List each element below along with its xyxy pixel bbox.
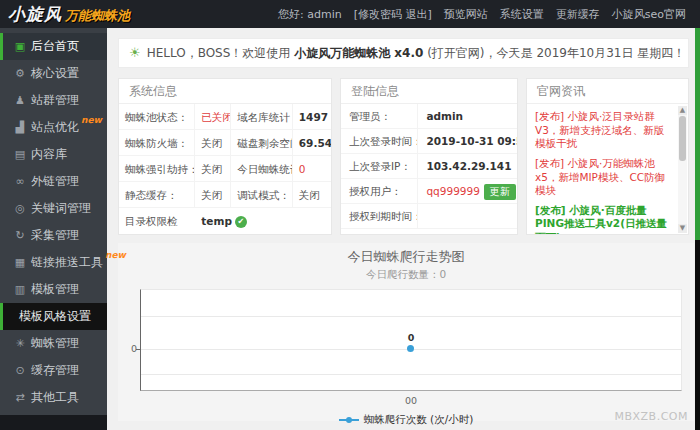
sidebar-item-label: 关键词管理 — [31, 201, 91, 215]
field-label: 域名库统计： — [231, 104, 292, 129]
disk-space-value: 69.54 GB — [293, 130, 331, 155]
update-license-button[interactable]: 更新 — [484, 184, 516, 200]
sidebar-item-dashboard[interactable]: ▣后台首页 — [0, 33, 107, 60]
table-row: 目录权限检查： temp✔ — [119, 208, 331, 234]
spider-pool-status-value: 已关闭 — [195, 104, 231, 129]
sidebar-item-site-optimize[interactable]: ▟站点优化new — [0, 114, 107, 141]
sidebar-item-label: 缓存管理 — [31, 363, 79, 377]
field-label: 授权到期时间： — [341, 204, 418, 228]
sidebar-item-keywords[interactable]: ◎关键词管理 — [0, 195, 107, 222]
perm-dir-value: temp — [201, 215, 232, 227]
table-row: 上次登录IP： 103.42.29.141 — [341, 154, 517, 179]
news-item[interactable]: [发布] 小旋风·泛目录站群V3，新增支持泛域名、新版模板干扰 — [535, 110, 674, 151]
gridline — [141, 374, 681, 375]
sidebar-subitem-template-style[interactable]: 模板风格设置 — [0, 303, 107, 330]
grid-icon: ▦ — [13, 249, 27, 276]
welcome-suffix: ，今天是 2019年10月31日 星期四！ — [485, 46, 686, 60]
sidebar-item-label: 蜘蛛管理 — [31, 336, 79, 350]
sidebar-item-collection[interactable]: ↻采集管理 — [0, 222, 107, 249]
gridline — [141, 316, 681, 317]
menu-change-password-logout[interactable]: [修改密码 退出] — [354, 7, 432, 22]
open-official-site-link[interactable]: (打开官网) — [427, 46, 484, 60]
system-info-title: 系统信息 — [119, 79, 331, 104]
last-login-time-value: 2019-10-31 09:59 — [418, 129, 517, 153]
top-header-bar: 小旋风万能蜘蛛池 您好: admin [修改密码 退出] 预览网站 系统设置 更… — [0, 0, 700, 28]
spider-icon: ✳ — [13, 330, 27, 357]
sidebar-item-label: 核心设置 — [31, 66, 79, 80]
news-list: [发布] 小旋风·泛目录站群V3，新增支持泛域名、新版模板干扰 [发布] 小旋风… — [527, 104, 688, 235]
y-axis-tick-mark — [136, 349, 141, 350]
chart-title: 今日蜘蛛爬行走势图 — [118, 243, 694, 266]
welcome-prefix: HELLO，BOSS！欢迎使用 — [147, 46, 295, 60]
sidebar-item-label: 外链管理 — [31, 174, 79, 188]
table-row: 管理员： admin — [341, 104, 517, 129]
licensed-user-value: qq999999 — [426, 185, 479, 197]
gear-icon: ⚙ — [13, 60, 27, 87]
product-name: 小旋风万能蜘蛛池 x4.0 — [294, 46, 423, 60]
table-row: 授权到期时间： — [341, 204, 517, 229]
sidebar-item-site-group[interactable]: ♟站群管理 — [0, 87, 107, 114]
spider-crawl-chart: 今日蜘蛛爬行走势图 今日爬行数量：0 0 0 00 蜘蛛爬行次数 (次/小时) — [118, 243, 694, 421]
license-expiry-value — [418, 204, 517, 228]
news-item[interactable]: [发布] 小旋风·万能蜘蛛池x5，新增MIP模块、CC防御模块 — [535, 157, 674, 198]
login-info-title: 登陆信息 — [341, 79, 517, 104]
top-menu: 您好: admin [修改密码 退出] 预览网站 系统设置 更新缓存 小旋风se… — [278, 7, 686, 22]
logo-primary-text: 小旋风 — [8, 4, 62, 24]
field-label: 蜘蛛防火墙： — [119, 130, 195, 155]
domain-count-value: 1497 — [293, 104, 331, 129]
page-scrollbar-track[interactable] — [695, 240, 700, 430]
scroll-down-arrow-icon[interactable]: ▼ — [678, 224, 687, 233]
legend-marker-icon — [339, 416, 359, 424]
sidebar-item-label: 模板管理 — [31, 282, 79, 296]
x-axis-tick-label: 00 — [405, 395, 417, 406]
menu-system-settings[interactable]: 系统设置 — [500, 7, 544, 22]
static-cache-value: 关闭 — [195, 182, 231, 207]
page-scrollbar-thumb[interactable] — [695, 28, 700, 240]
logo-secondary-text: 万能蜘蛛池 — [65, 8, 130, 23]
sidebar-item-templates[interactable]: ▥模板管理 — [0, 276, 107, 303]
official-news-panel: 官网资讯 [发布] 小旋风·泛目录站群V3，新增支持泛域名、新版模板干扰 [发布… — [526, 78, 689, 235]
menu-update-cache[interactable]: 更新缓存 — [556, 7, 600, 22]
sidebar-footer — [0, 415, 107, 430]
news-scrollbar[interactable]: ▲ ▼ — [678, 106, 687, 233]
user-icon: ♟ — [13, 87, 27, 114]
chart-subtitle: 今日爬行数量：0 — [118, 268, 694, 282]
menu-preview-site[interactable]: 预览网站 — [444, 7, 488, 22]
sidebar-item-spider-manage[interactable]: ✳蜘蛛管理 — [0, 330, 107, 357]
sidebar-item-label: 站群管理 — [31, 93, 79, 107]
field-label: 目录权限检查： — [119, 208, 195, 235]
link-icon: ∞ — [13, 168, 27, 195]
sidebar-item-link-push-tool[interactable]: ▦链接推送工具new — [0, 249, 107, 276]
new-badge: new — [105, 250, 126, 260]
field-label: 授权用户： — [341, 179, 418, 203]
sidebar-item-label: 后台首页 — [31, 39, 79, 53]
sidebar-item-label: 内容库 — [31, 147, 67, 161]
news-item[interactable]: [发布] 小旋风·百度批量PING推送工具v2(日推送量百万) — [535, 204, 674, 235]
hijack-status-value: 关闭 — [195, 156, 231, 181]
scroll-up-arrow-icon[interactable]: ▲ — [678, 106, 687, 115]
sidebar-item-label: 采集管理 — [31, 228, 79, 242]
sidebar-item-cache-manage[interactable]: ⊙缓存管理 — [0, 357, 107, 384]
new-badge: new — [81, 115, 102, 125]
sidebar: ▣后台首页 ⚙核心设置 ♟站群管理 ▟站点优化new ▤内容库 ∞外链管理 ◎关… — [0, 28, 107, 430]
sidebar-item-content-library[interactable]: ▤内容库 — [0, 141, 107, 168]
data-point[interactable] — [407, 345, 414, 352]
table-row: 授权用户： qq999999更新 — [341, 179, 517, 204]
sidebar-item-label: 站点优化 — [31, 120, 79, 134]
sidebar-item-label: 链接推送工具 — [31, 255, 103, 269]
clock-icon: ⊙ — [13, 357, 27, 384]
menu-official-site[interactable]: 小旋风seo官网 — [612, 7, 686, 22]
last-login-ip-value: 103.42.29.141 — [418, 154, 517, 178]
sidebar-item-other-tools[interactable]: ⇄其他工具 — [0, 384, 107, 411]
today-spider-count-value: 0 — [293, 156, 331, 181]
search-icon: ◎ — [13, 195, 27, 222]
field-label: 静态缓存： — [119, 182, 195, 207]
sidebar-item-core-settings[interactable]: ⚙核心设置 — [0, 60, 107, 87]
sidebar-item-external-links[interactable]: ∞外链管理 — [0, 168, 107, 195]
sun-icon: ☀ — [129, 45, 141, 60]
field-label: 今日蜘蛛统计： — [231, 156, 292, 181]
welcome-bar: ☀HELLO，BOSS！欢迎使用 小旋风万能蜘蛛池 x4.0 (打开官网)，今天… — [118, 38, 689, 68]
scrollbar-thumb[interactable] — [679, 116, 686, 161]
chart-legend[interactable]: 蜘蛛爬行次数 (次/小时) — [118, 413, 694, 427]
tools-icon: ⇄ — [13, 384, 27, 411]
